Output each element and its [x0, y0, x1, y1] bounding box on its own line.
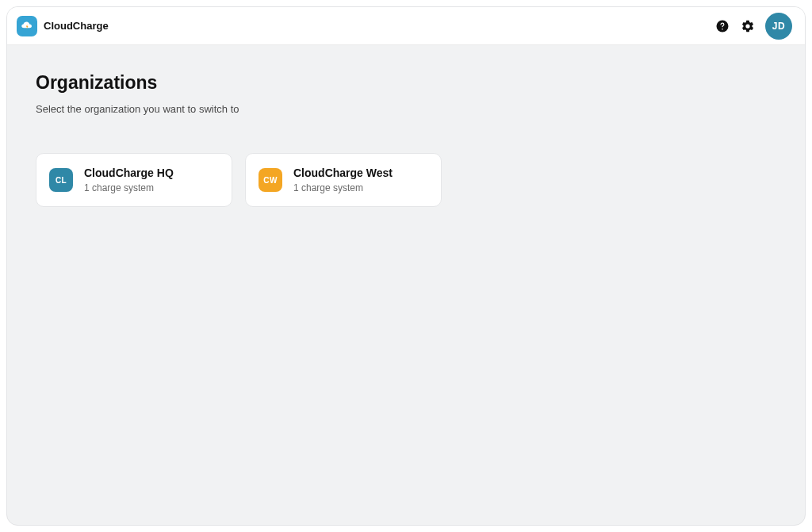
org-info: CloudCharge West 1 charge system — [293, 166, 393, 193]
help-icon[interactable] — [714, 18, 730, 34]
brand-logo-icon — [17, 16, 37, 36]
page-subtitle: Select the organization you want to swit… — [36, 103, 776, 115]
settings-icon[interactable] — [740, 18, 756, 34]
org-card[interactable]: CL CloudCharge HQ 1 charge system — [36, 153, 232, 207]
topbar-right: JD — [714, 13, 792, 40]
page-title: Organizations — [36, 72, 776, 94]
brand-name: CloudCharge — [44, 20, 109, 32]
main-content: Organizations Select the organization yo… — [7, 45, 805, 525]
org-card[interactable]: CW CloudCharge West 1 charge system — [245, 153, 442, 207]
org-name: CloudCharge West — [293, 166, 393, 179]
org-meta: 1 charge system — [84, 182, 174, 193]
app-frame: CloudCharge JD Organiz — [0, 0, 812, 532]
app-shell: CloudCharge JD Organiz — [6, 6, 806, 526]
org-avatar: CW — [259, 168, 282, 192]
org-name: CloudCharge HQ — [84, 166, 174, 179]
svg-point-1 — [722, 28, 723, 29]
org-avatar: CL — [49, 168, 73, 192]
org-meta: 1 charge system — [293, 182, 393, 193]
org-info: CloudCharge HQ 1 charge system — [84, 166, 174, 193]
organizations-grid: CL CloudCharge HQ 1 charge system CW Clo… — [36, 153, 776, 207]
user-avatar[interactable]: JD — [765, 13, 792, 40]
topbar-left: CloudCharge — [17, 16, 109, 36]
topbar: CloudCharge JD — [7, 7, 805, 45]
